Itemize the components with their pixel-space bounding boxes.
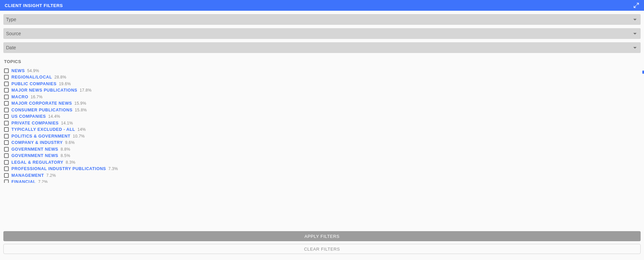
topic-row: MAJOR NEWS PUBLICATIONS17.8% <box>3 87 639 94</box>
clear-filters-label: CLEAR FILTERS <box>304 247 340 252</box>
topic-label[interactable]: POLITICS & GOVERNMENT <box>11 134 71 139</box>
topic-percentage: 54.9% <box>27 68 39 73</box>
topic-checkbox[interactable] <box>4 75 9 80</box>
topic-row: COMPANY & INDUSTRY9.6% <box>3 140 639 146</box>
topic-checkbox[interactable] <box>4 134 9 139</box>
topic-checkbox[interactable] <box>4 114 9 119</box>
topic-percentage: 16.7% <box>31 95 43 99</box>
topics-list[interactable]: NEWS54.9%REGIONAL/LOCAL28.8%PUBLIC COMPA… <box>3 67 641 183</box>
topic-checkbox[interactable] <box>4 173 9 178</box>
apply-filters-label: APPLY FILTERS <box>305 234 340 239</box>
scrollbar-thumb[interactable] <box>642 70 644 74</box>
topic-label[interactable]: NEWS <box>11 68 25 73</box>
topic-checkbox[interactable] <box>4 179 9 183</box>
topic-label[interactable]: FINANCIAL <box>11 179 36 183</box>
topic-label[interactable]: MAJOR CORPORATE NEWS <box>11 101 72 106</box>
topic-label[interactable]: GOVERNMENT NEWS <box>11 147 58 152</box>
chevron-down-icon <box>633 47 637 49</box>
topic-row: MAJOR CORPORATE NEWS15.9% <box>3 100 639 107</box>
topic-checkbox[interactable] <box>4 121 9 125</box>
topic-label[interactable]: GOVERNMENT NEWS <box>11 153 58 158</box>
topic-row: US COMPANIES14.4% <box>3 113 639 120</box>
topic-percentage: 14% <box>78 127 86 132</box>
clear-filters-button[interactable]: CLEAR FILTERS <box>3 244 641 254</box>
topic-percentage: 8.5% <box>61 153 71 158</box>
chevron-down-icon <box>633 33 637 35</box>
source-dropdown-label: Source <box>6 31 21 36</box>
topic-label[interactable]: US COMPANIES <box>11 114 46 119</box>
topics-section-label: TOPICS <box>4 59 641 64</box>
topic-percentage: 17.8% <box>80 88 92 93</box>
panel-header: CLIENT INSIGHT FILTERS <box>0 0 644 11</box>
topic-label[interactable]: CONSUMER PUBLICATIONS <box>11 108 73 112</box>
topic-percentage: 15.8% <box>75 108 87 112</box>
topic-row: TYPICALLY EXCLUDED - ALL14% <box>3 126 639 133</box>
topic-percentage: 8.8% <box>61 147 71 152</box>
topic-row: MACRO16.7% <box>3 94 639 100</box>
footer-actions: APPLY FILTERS CLEAR FILTERS <box>3 231 641 257</box>
topic-checkbox[interactable] <box>4 166 9 171</box>
topic-checkbox[interactable] <box>4 82 9 86</box>
topic-row: PROFESSIONAL INDUSTRY PUBLICATIONS7.3% <box>3 166 639 172</box>
topic-checkbox[interactable] <box>4 127 9 132</box>
topic-row: CONSUMER PUBLICATIONS15.8% <box>3 107 639 113</box>
type-dropdown[interactable]: Type <box>3 14 641 25</box>
topic-percentage: 14.1% <box>61 121 73 125</box>
topic-percentage: 19.6% <box>59 82 71 86</box>
topic-row: REGIONAL/LOCAL28.8% <box>3 74 639 81</box>
source-dropdown[interactable]: Source <box>3 28 641 39</box>
topic-checkbox[interactable] <box>4 140 9 145</box>
filters-content: Type Source Date TOPICS NEWS54.9%REGIONA… <box>0 11 644 183</box>
date-dropdown-label: Date <box>6 45 16 50</box>
topic-label[interactable]: TYPICALLY EXCLUDED - ALL <box>11 127 75 132</box>
topic-label[interactable]: COMPANY & INDUSTRY <box>11 140 63 145</box>
topic-percentage: 7.2% <box>46 173 56 178</box>
topic-percentage: 15.9% <box>75 101 87 106</box>
topic-label[interactable]: MAJOR NEWS PUBLICATIONS <box>11 88 77 93</box>
topic-label[interactable]: MANAGEMENT <box>11 173 44 178</box>
topic-percentage: 9.6% <box>65 140 75 145</box>
topic-checkbox[interactable] <box>4 101 9 106</box>
topic-checkbox[interactable] <box>4 153 9 158</box>
expand-icon[interactable] <box>633 2 639 8</box>
topic-percentage: 7.2% <box>38 179 48 183</box>
panel-title: CLIENT INSIGHT FILTERS <box>5 3 63 8</box>
topic-row: FINANCIAL7.2% <box>3 179 639 183</box>
topic-row: POLITICS & GOVERNMENT10.7% <box>3 133 639 140</box>
topic-label[interactable]: PUBLIC COMPANIES <box>11 82 56 86</box>
topic-row: GOVERNMENT NEWS8.8% <box>3 146 639 153</box>
topic-row: PRIVATE COMPANIES14.1% <box>3 120 639 126</box>
topic-checkbox[interactable] <box>4 160 9 165</box>
topic-checkbox[interactable] <box>4 95 9 99</box>
topic-percentage: 10.7% <box>73 134 85 139</box>
date-dropdown[interactable]: Date <box>3 42 641 53</box>
topic-checkbox[interactable] <box>4 147 9 152</box>
topic-label[interactable]: MACRO <box>11 95 28 99</box>
apply-filters-button[interactable]: APPLY FILTERS <box>3 231 641 241</box>
type-dropdown-label: Type <box>6 17 16 22</box>
topic-row: MANAGEMENT7.2% <box>3 172 639 179</box>
topic-checkbox[interactable] <box>4 68 9 73</box>
topic-label[interactable]: PRIVATE COMPANIES <box>11 121 59 125</box>
topic-percentage: 8.3% <box>66 160 76 165</box>
topic-checkbox[interactable] <box>4 88 9 93</box>
topic-row: NEWS54.9% <box>3 67 639 74</box>
chevron-down-icon <box>633 19 637 20</box>
topic-label[interactable]: PROFESSIONAL INDUSTRY PUBLICATIONS <box>11 166 106 171</box>
topic-label[interactable]: REGIONAL/LOCAL <box>11 75 52 80</box>
topic-row: PUBLIC COMPANIES19.6% <box>3 81 639 87</box>
topic-percentage: 7.3% <box>108 166 118 171</box>
topic-row: LEGAL & REGULATORY8.3% <box>3 159 639 166</box>
topic-label[interactable]: LEGAL & REGULATORY <box>11 160 63 165</box>
topic-checkbox[interactable] <box>4 108 9 112</box>
topic-row: GOVERNMENT NEWS8.5% <box>3 153 639 159</box>
topic-percentage: 14.4% <box>48 114 60 119</box>
topic-percentage: 28.8% <box>54 75 66 80</box>
